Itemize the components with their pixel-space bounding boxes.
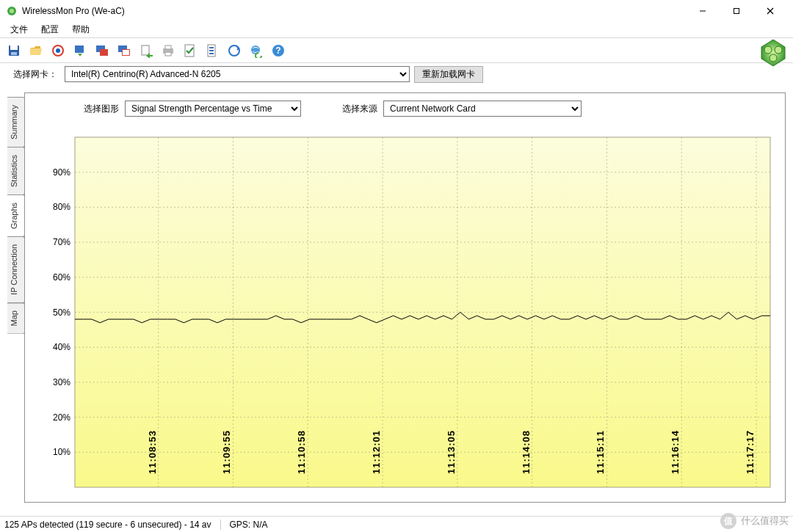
tab-map[interactable]: Map <box>7 302 25 334</box>
status-separator <box>220 520 221 530</box>
nic-select[interactable]: Intel(R) Centrino(R) Advanced-N 6205 <box>65 66 410 82</box>
graph-panel: 选择图形 Signal Strength Percentage vs Time … <box>24 92 786 503</box>
side-tabs: Summary Statistics Graphs IP Connection … <box>7 97 25 333</box>
tab-summary[interactable]: Summary <box>7 97 25 147</box>
menu-config[interactable]: 配置 <box>35 22 65 37</box>
svg-text:40%: 40% <box>53 342 70 352</box>
svg-text:11:14:08: 11:14:08 <box>521 430 532 474</box>
svg-text:11:12:01: 11:12:01 <box>371 430 382 474</box>
help-icon[interactable]: ? <box>269 41 288 60</box>
window-buttons <box>686 0 787 22</box>
chart-container: 10%20%30%40%50%60%70%80%90%11:08:5311:09… <box>43 134 775 492</box>
signal-strength-chart: 10%20%30%40%50%60%70%80%90%11:08:5311:09… <box>43 134 775 492</box>
svg-text:?: ? <box>275 45 280 56</box>
svg-rect-8 <box>11 52 17 55</box>
graph-source-select[interactable]: Current Network Card <box>383 101 582 117</box>
monitor-a-icon[interactable] <box>93 41 112 60</box>
svg-text:70%: 70% <box>53 237 70 247</box>
svg-point-33 <box>770 54 777 62</box>
svg-point-10 <box>56 48 60 53</box>
svg-rect-13 <box>100 49 108 56</box>
svg-point-1 <box>10 9 14 13</box>
status-aps: 125 APs detected (119 secure - 6 unsecur… <box>4 520 211 530</box>
svg-rect-17 <box>142 45 149 55</box>
main-area: Summary Statistics Graphs IP Connection … <box>7 92 786 503</box>
svg-rect-3 <box>734 8 739 13</box>
svg-point-27 <box>251 45 260 54</box>
nic-row: 选择网卡： Intel(R) Centrino(R) Advanced-N 62… <box>0 63 793 85</box>
menu-help[interactable]: 帮助 <box>66 22 95 37</box>
svg-rect-21 <box>185 45 194 57</box>
svg-rect-19 <box>165 45 171 49</box>
menu-file[interactable]: 文件 <box>4 22 34 37</box>
svg-rect-16 <box>123 50 129 55</box>
status-bar: 125 APs detected (119 secure - 6 unsecur… <box>0 516 793 532</box>
graph-shape-select[interactable]: Signal Strength Percentage vs Time <box>125 101 301 117</box>
svg-text:80%: 80% <box>53 202 70 212</box>
svg-rect-7 <box>10 45 18 50</box>
svg-text:50%: 50% <box>53 307 70 318</box>
svg-text:11:10:58: 11:10:58 <box>296 430 307 474</box>
svg-rect-23 <box>209 47 214 48</box>
menu-bar: 文件 配置 帮助 <box>0 22 793 38</box>
minimize-button[interactable] <box>686 0 720 22</box>
window-title: WirelessMon Pro (We-aC) <box>22 6 686 16</box>
select-shape-label: 选择图形 <box>84 103 119 115</box>
svg-text:11:17:17: 11:17:17 <box>745 430 756 474</box>
svg-text:60%: 60% <box>53 272 70 283</box>
monitor-b-icon[interactable] <box>115 41 134 60</box>
svg-rect-11 <box>75 45 84 53</box>
svg-text:11:16:14: 11:16:14 <box>670 430 681 474</box>
select-source-label: 选择来源 <box>342 103 377 115</box>
svg-marker-30 <box>761 40 785 66</box>
reload-blue-icon[interactable] <box>225 41 244 60</box>
svg-text:30%: 30% <box>53 377 70 387</box>
title-bar: WirelessMon Pro (We-aC) <box>0 0 793 22</box>
world-refresh-icon[interactable] <box>247 41 266 60</box>
toolbar: ? <box>0 38 793 63</box>
save-icon[interactable] <box>4 41 23 60</box>
svg-text:11:08:53: 11:08:53 <box>147 430 158 474</box>
target-icon[interactable] <box>48 41 68 60</box>
tab-ip-connection[interactable]: IP Connection <box>7 236 25 303</box>
svg-rect-20 <box>165 52 171 56</box>
svg-text:11:13:05: 11:13:05 <box>446 430 457 474</box>
svg-rect-25 <box>209 53 214 54</box>
svg-text:11:15:11: 11:15:11 <box>595 430 606 474</box>
svg-text:10%: 10% <box>53 447 70 457</box>
svg-text:11:09:55: 11:09:55 <box>221 430 232 474</box>
graph-controls: 选择图形 Signal Strength Percentage vs Time … <box>25 93 785 124</box>
properties-icon[interactable] <box>203 41 222 60</box>
svg-rect-34 <box>75 137 770 487</box>
list-check-icon[interactable] <box>181 41 200 60</box>
print-icon[interactable] <box>159 41 178 60</box>
app-icon <box>6 5 18 17</box>
tab-graphs[interactable]: Graphs <box>7 194 25 237</box>
nic-label: 选择网卡： <box>13 68 57 81</box>
reload-nic-button[interactable]: 重新加载网卡 <box>414 66 483 83</box>
svg-point-32 <box>775 46 782 54</box>
tab-statistics[interactable]: Statistics <box>7 147 25 195</box>
close-button[interactable] <box>753 0 787 22</box>
svg-text:20%: 20% <box>53 412 70 423</box>
svg-rect-24 <box>209 50 214 51</box>
svg-text:90%: 90% <box>53 167 70 178</box>
export-icon[interactable] <box>137 41 156 60</box>
status-gps: GPS: N/A <box>230 520 268 530</box>
app-logo-icon <box>758 37 789 68</box>
maximize-button[interactable] <box>720 0 753 22</box>
svg-point-31 <box>764 46 772 54</box>
refresh-icon[interactable] <box>70 41 90 60</box>
open-icon[interactable] <box>26 41 46 60</box>
